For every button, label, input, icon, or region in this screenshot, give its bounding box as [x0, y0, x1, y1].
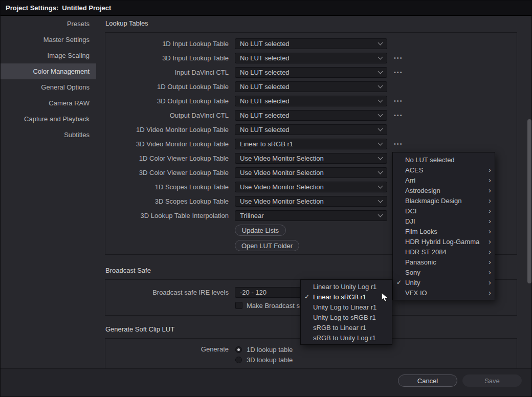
more-options-button[interactable]: ••• — [394, 98, 403, 104]
row-label-3d-output-lookup-table: 3D Output Lookup Table — [105, 97, 229, 105]
sidebar-item-capture-and-playback[interactable]: Capture and Playback — [1, 111, 96, 127]
menu-item-label: sRGB to Linear r1 — [313, 324, 392, 332]
dropdown-1d-video-monitor-lookup-table[interactable]: No LUT selected — [235, 124, 387, 135]
menu-item-aces[interactable]: ACES› — [393, 165, 495, 175]
sidebar-item-image-scaling[interactable]: Image Scaling — [1, 48, 96, 63]
sidebar-item-master-settings[interactable]: Master Settings — [1, 32, 96, 48]
menu-item-dci[interactable]: DCI› — [393, 206, 495, 216]
radio-row: 1D lookup table — [235, 344, 293, 355]
chevron-down-icon — [378, 140, 383, 145]
dropdown-input-davinci-ctl[interactable]: No LUT selected — [235, 67, 387, 78]
menu-item-label: Film Looks — [405, 228, 485, 235]
radio-row: 3D lookup table — [235, 355, 293, 365]
menu-item-srgb-to-unity-log-r1[interactable]: sRGB to Unity Log r1 — [301, 333, 392, 343]
submenu-arrow-icon: › — [485, 289, 495, 296]
menu-item-panasonic[interactable]: Panasonic› — [393, 257, 495, 267]
checkbox-label: Make Broadcast s — [247, 302, 300, 310]
cancel-button[interactable]: Cancel — [398, 374, 457, 387]
more-options-button[interactable]: ••• — [394, 69, 403, 75]
footer-bar: Cancel Save — [1, 368, 532, 397]
check-icon: ✓ — [393, 279, 405, 286]
menu-item-label: HDR ST 2084 — [405, 248, 485, 256]
dropdown-3d-scopes-lookup-table[interactable]: Use Video Monitor Selection — [235, 196, 387, 207]
dropdown-3d-video-monitor-lookup-table[interactable]: Linear to sRGB r1 — [235, 139, 387, 149]
menu-item-label: Astrodesign — [405, 187, 485, 194]
row-label-3d-color-viewer-lookup-table: 3D Color Viewer Lookup Table — [105, 169, 229, 177]
dropdown-1d-output-lookup-table[interactable]: No LUT selected — [235, 81, 387, 92]
update-lists-button[interactable]: Update Lists — [235, 225, 286, 236]
sidebar-item-general-options[interactable]: General Options — [1, 79, 96, 95]
open-lut-folder-button[interactable]: Open LUT Folder — [235, 240, 299, 251]
menu-item-linear-to-srgb-r1[interactable]: ✓Linear to sRGB r1 — [301, 292, 392, 302]
soft-clip-section-title: Generate Soft Clip LUT — [105, 325, 174, 333]
menu-item-vfx-io[interactable]: VFX IO› — [393, 288, 495, 298]
menu-item-label: Unity — [405, 279, 485, 286]
dropdown-3d-lookup-table-interpolation[interactable]: Trilinear — [235, 210, 387, 221]
menu-item-no-lut-selected[interactable]: No LUT selected — [393, 155, 495, 165]
radio-label: 1D lookup table — [247, 346, 293, 354]
menu-item-hdr-hybrid-log-gamma[interactable]: HDR Hybrid Log-Gamma› — [393, 236, 495, 247]
chevron-down-icon — [378, 183, 383, 188]
submenu-arrow-icon: › — [485, 217, 495, 225]
submenu-arrow-icon: › — [485, 177, 495, 184]
chevron-down-icon — [378, 112, 383, 117]
sidebar-item-presets[interactable]: Presets — [1, 16, 96, 32]
submenu-arrow-icon: › — [485, 207, 495, 214]
dropdown-1d-input-lookup-table[interactable]: No LUT selected — [235, 38, 387, 49]
dropdown-output-davinci-ctl[interactable]: No LUT selected — [235, 110, 387, 121]
lut-row: Input DaVinci CTLNo LUT selected••• — [105, 65, 517, 79]
sidebar-item-color-management[interactable]: Color Management — [1, 63, 96, 79]
radio-3d-lookup-table[interactable] — [235, 357, 242, 363]
vertical-scrollbar[interactable] — [527, 119, 531, 283]
menu-item-film-looks[interactable]: Film Looks› — [393, 226, 495, 236]
menu-item-srgb-to-linear-r1[interactable]: sRGB to Linear r1 — [301, 322, 392, 333]
save-button[interactable]: Save — [462, 374, 522, 387]
menu-item-sony[interactable]: Sony› — [393, 267, 495, 277]
menu-item-unity-log-to-srgb-r1[interactable]: Unity Log to sRGB r1 — [301, 312, 392, 322]
dropdown-3d-output-lookup-table[interactable]: No LUT selected — [235, 96, 387, 106]
dropdown-1d-color-viewer-lookup-table[interactable]: Use Video Monitor Selection — [235, 153, 387, 164]
dropdown-3d-input-lookup-table[interactable]: No LUT selected — [235, 53, 387, 63]
unity-submenu: Linear to Unity Log r1✓Linear to sRGB r1… — [300, 279, 392, 345]
more-options-button[interactable]: ••• — [394, 112, 403, 118]
submenu-arrow-icon: › — [485, 238, 495, 245]
sidebar-item-subtitles[interactable]: Subtitles — [1, 127, 96, 143]
broadcast-safe-section-title: Broadcast Safe — [105, 267, 151, 274]
lut-row: 3D Output Lookup TableNo LUT selected••• — [105, 94, 517, 108]
menu-item-dji[interactable]: DJI› — [393, 216, 495, 226]
menu-item-unity[interactable]: ✓Unity› — [393, 277, 495, 288]
lut-row: 1D Output Lookup TableNo LUT selected — [105, 79, 517, 94]
sidebar-item-camera-raw[interactable]: Camera RAW — [1, 95, 96, 111]
dropdown-value: No LUT selected — [240, 112, 379, 119]
lut-context-menu: No LUT selectedACES›Arri›Astrodesign›Bla… — [392, 152, 495, 300]
make-broadcast-safe-checkbox[interactable] — [235, 302, 242, 309]
radio-1d-lookup-table[interactable] — [235, 346, 242, 353]
menu-item-label: sRGB to Unity Log r1 — [313, 334, 392, 342]
dropdown-1d-scopes-lookup-table[interactable]: Use Video Monitor Selection — [235, 182, 387, 192]
menu-item-linear-to-unity-log-r1[interactable]: Linear to Unity Log r1 — [301, 281, 392, 292]
ire-levels-label: Broadcast safe IRE levels — [105, 289, 229, 296]
menu-item-arri[interactable]: Arri› — [393, 175, 495, 185]
chevron-down-icon — [378, 40, 383, 45]
menu-item-label: Linear to Unity Log r1 — [313, 283, 392, 291]
submenu-arrow-icon: › — [485, 269, 495, 276]
menu-item-blackmagic-design[interactable]: Blackmagic Design› — [393, 195, 495, 206]
row-label-1d-video-monitor-lookup-table: 1D Video Monitor Lookup Table — [105, 126, 229, 134]
more-options-button[interactable]: ••• — [394, 141, 403, 147]
chevron-down-icon — [378, 212, 383, 217]
menu-item-astrodesign[interactable]: Astrodesign› — [393, 185, 495, 195]
dropdown-3d-color-viewer-lookup-table[interactable]: Use Video Monitor Selection — [235, 167, 387, 178]
generate-options: 1D lookup table3D lookup table — [235, 344, 293, 365]
menu-item-label: DJI — [405, 217, 485, 225]
dropdown-value: No LUT selected — [240, 97, 379, 105]
chevron-down-icon — [378, 54, 383, 59]
chevron-down-icon — [378, 126, 383, 131]
lut-row: 3D Input Lookup TableNo LUT selected••• — [105, 51, 517, 65]
chevron-down-icon — [378, 83, 383, 88]
menu-item-unity-log-to-linear-r1[interactable]: Unity Log to Linear r1 — [301, 302, 392, 312]
dropdown-value: Linear to sRGB r1 — [240, 140, 379, 148]
chevron-down-icon — [378, 69, 383, 74]
more-options-button[interactable]: ••• — [394, 55, 403, 61]
submenu-arrow-icon: › — [485, 279, 495, 286]
menu-item-hdr-st-2084[interactable]: HDR ST 2084› — [393, 247, 495, 257]
